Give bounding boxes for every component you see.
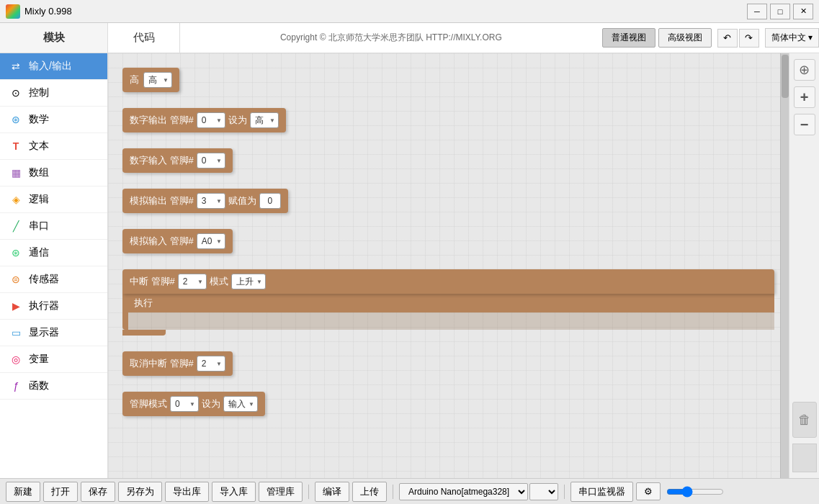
block-high-body[interactable]: 高 高 xyxy=(122,68,179,92)
manage-lib-button[interactable]: 管理库 xyxy=(259,482,303,502)
sidebar-item-math[interactable]: ⊛ 数学 xyxy=(0,107,107,133)
interrupt-label: 中断 管脚# xyxy=(130,275,175,288)
sidebar-item-array[interactable]: ▦ 数组 xyxy=(0,160,107,186)
sidebar-item-vars-label: 变量 xyxy=(29,353,49,366)
funcs-icon: ƒ xyxy=(9,379,23,393)
serial-monitor-button[interactable]: 串口监视器 xyxy=(570,482,633,502)
upload-button[interactable]: 上传 xyxy=(352,482,387,502)
pin-mode-mode-dropdown[interactable]: 输入 xyxy=(223,396,258,412)
trash-icon: 🗑 xyxy=(798,413,811,428)
import-lib-button[interactable]: 导入库 xyxy=(212,482,256,502)
sidebar-item-funcs[interactable]: ƒ 函数 xyxy=(0,373,107,400)
copyright-text: Copyright © 北京师范大学米思齐团队 HTTP://MIXLY.ORG xyxy=(180,32,602,44)
tab-blocks[interactable]: 模块 xyxy=(0,23,108,53)
sidebar-item-display[interactable]: ▭ 显示器 xyxy=(0,320,107,346)
tab-code[interactable]: 代码 xyxy=(108,23,180,53)
zoom-out-button[interactable]: − xyxy=(794,114,815,135)
board-dropdown[interactable]: Arduino Nano[atmega328] xyxy=(399,483,528,500)
export-lib-button[interactable]: 导出库 xyxy=(165,482,209,502)
array-icon: ▦ xyxy=(9,166,23,180)
digital-output-level-dropdown[interactable]: 高 xyxy=(250,112,279,128)
sidebar-item-text-label: 文本 xyxy=(29,140,49,153)
sidebar-item-comms-label: 通信 xyxy=(29,246,49,259)
bottom-toolbar: 新建 打开 保存 另存为 导出库 导入库 管理库 编译 上传 Arduino N… xyxy=(0,478,819,504)
title-bar: Mixly 0.998 ─ □ ✕ xyxy=(0,0,819,23)
sidebar-item-io-label: 输入/输出 xyxy=(29,60,72,73)
redo-button[interactable]: ↷ xyxy=(739,29,759,48)
board-selector: Arduino Nano[atmega328] xyxy=(399,483,558,500)
app-title: Mixly 0.998 xyxy=(24,6,72,17)
pin-mode-set-label: 设为 xyxy=(202,397,220,410)
language-selector[interactable]: 简体中文 ▾ xyxy=(765,28,819,48)
logic-icon: ◈ xyxy=(9,192,23,207)
reset-view-button[interactable]: ⊕ xyxy=(794,59,815,81)
sidebar-item-logic-label: 逻辑 xyxy=(29,193,49,206)
port-dropdown[interactable] xyxy=(529,483,558,500)
analog-output-pin-dropdown[interactable]: 3 xyxy=(197,193,225,209)
close-button[interactable]: ✕ xyxy=(793,4,813,19)
trash-area[interactable]: 🗑 xyxy=(792,402,817,438)
advanced-view-button[interactable]: 高级视图 xyxy=(658,28,712,48)
block-high-value[interactable]: 高 高 xyxy=(122,68,774,92)
analog-output-label: 模拟输出 管脚# xyxy=(130,194,194,207)
math-icon: ⊛ xyxy=(9,112,23,127)
pin-mode-label: 管脚模式 xyxy=(130,397,167,410)
sidebar-item-logic[interactable]: ◈ 逻辑 xyxy=(0,186,107,213)
sidebar-item-comms[interactable]: ⊛ 通信 xyxy=(0,240,107,266)
sidebar-item-serial-label: 串口 xyxy=(29,220,49,233)
sidebar: ⇄ 输入/输出 ⊙ 控制 ⊛ 数学 T 文本 ▦ 数组 ◈ 逻辑 ╱ 串口 ⊛ xyxy=(0,53,108,478)
sidebar-item-sensors-label: 传感器 xyxy=(29,273,59,286)
interrupt-mode-dropdown[interactable]: 上升 xyxy=(231,274,266,289)
io-icon: ⇄ xyxy=(9,59,23,73)
minimize-button[interactable]: ─ xyxy=(747,4,767,19)
digital-output-set-label: 设为 xyxy=(228,114,247,127)
title-bar-controls: ─ □ ✕ xyxy=(747,4,813,19)
sidebar-item-control-label: 控制 xyxy=(29,86,49,99)
maximize-button[interactable]: □ xyxy=(770,4,790,19)
digital-output-pin-dropdown[interactable]: 0 xyxy=(197,112,225,128)
cancel-interrupt-pin-dropdown[interactable]: 2 xyxy=(197,356,225,372)
undo-button[interactable]: ↶ xyxy=(717,29,738,48)
save-button[interactable]: 保存 xyxy=(81,482,115,502)
block-digital-input[interactable]: 数字输入 管脚# 0 xyxy=(122,148,774,173)
settings-icon: ⚙ xyxy=(644,486,653,497)
undo-redo-buttons: ↶ ↷ xyxy=(717,29,759,48)
display-icon: ▭ xyxy=(9,325,23,340)
pin-mode-pin-dropdown[interactable]: 0 xyxy=(170,396,199,412)
analog-output-value-input[interactable]: 0 xyxy=(259,193,281,209)
block-analog-input[interactable]: 模拟输入 管脚# A0 xyxy=(122,229,774,253)
block-cancel-interrupt[interactable]: 取消中断 管脚# 2 xyxy=(122,351,774,376)
zoom-in-button[interactable]: + xyxy=(794,86,815,108)
canvas-area[interactable]: 高 高 数字输出 管脚# 0 设为 高 xyxy=(108,53,789,478)
divider-2 xyxy=(393,485,393,499)
tab-blocks-label: 模块 xyxy=(43,31,65,45)
sidebar-item-vars[interactable]: ◎ 变量 xyxy=(0,346,107,373)
zoom-slider[interactable] xyxy=(666,486,724,498)
block-high-dropdown[interactable]: 高 xyxy=(143,72,172,88)
interrupt-mode-label: 模式 xyxy=(210,275,228,288)
new-button[interactable]: 新建 xyxy=(6,482,40,502)
save-as-button[interactable]: 另存为 xyxy=(118,482,162,502)
sidebar-item-text[interactable]: T 文本 xyxy=(0,133,107,160)
block-digital-output[interactable]: 数字输出 管脚# 0 设为 高 xyxy=(122,108,774,132)
digital-input-pin-dropdown[interactable]: 0 xyxy=(197,153,225,168)
sidebar-item-serial[interactable]: ╱ 串口 xyxy=(0,213,107,240)
canvas-workspace[interactable]: 高 高 数字输出 管脚# 0 设为 高 xyxy=(108,53,789,478)
block-interrupt[interactable]: 中断 管脚# 2 模式 上升 执行 xyxy=(122,269,774,336)
sidebar-item-sensors[interactable]: ⊜ 传感器 xyxy=(0,266,107,293)
sidebar-item-actuators[interactable]: ▶ 执行器 xyxy=(0,293,107,320)
sidebar-item-control[interactable]: ⊙ 控制 xyxy=(0,80,107,107)
block-pin-mode[interactable]: 管脚模式 0 设为 输入 xyxy=(122,392,774,416)
block-analog-output[interactable]: 模拟输出 管脚# 3 赋值为 0 xyxy=(122,189,774,213)
analog-input-pin-dropdown[interactable]: A0 xyxy=(197,233,225,249)
interrupt-pin-dropdown[interactable]: 2 xyxy=(178,274,207,289)
main-header: 模块 代码 Copyright © 北京师范大学米思齐团队 HTTP://MIX… xyxy=(0,23,819,53)
sidebar-item-io[interactable]: ⇄ 输入/输出 xyxy=(0,53,107,80)
settings-button[interactable]: ⚙ xyxy=(636,482,661,500)
body-area: ⇄ 输入/输出 ⊙ 控制 ⊛ 数学 T 文本 ▦ 数组 ◈ 逻辑 ╱ 串口 ⊛ xyxy=(0,53,819,478)
digital-output-label: 数字输出 管脚# xyxy=(130,114,194,127)
normal-view-button[interactable]: 普通视图 xyxy=(602,28,655,48)
open-button[interactable]: 打开 xyxy=(43,482,78,502)
compile-button[interactable]: 编译 xyxy=(315,482,349,502)
canvas-scrollbar[interactable] xyxy=(780,53,789,478)
